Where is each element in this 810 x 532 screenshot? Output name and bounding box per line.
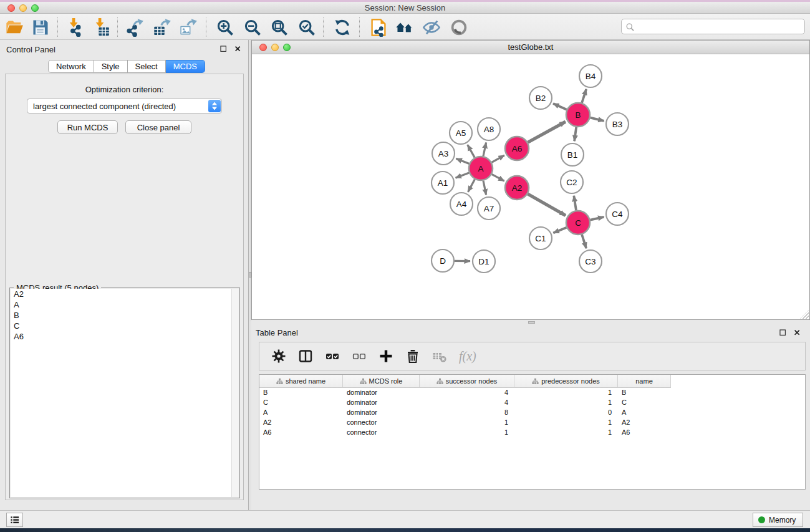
table-cell[interactable]: connector [343, 428, 420, 438]
table-cell[interactable]: B [259, 388, 343, 398]
edge-A-A5[interactable] [468, 145, 475, 157]
export-table-icon[interactable] [153, 18, 171, 37]
edge-A-A8[interactable] [483, 143, 486, 157]
table-cell[interactable]: 1 [514, 388, 618, 398]
select-all-icon[interactable] [325, 349, 340, 364]
graph-node-B1[interactable]: B1 [561, 143, 584, 166]
close-table-panel-icon[interactable] [793, 329, 801, 337]
add-column-icon[interactable] [378, 349, 393, 364]
zoom-in-icon[interactable] [216, 18, 234, 37]
edge-B-B4[interactable] [582, 89, 586, 103]
table-cell[interactable]: A2 [259, 418, 343, 428]
float-panel-icon[interactable] [219, 45, 228, 53]
graph-node-C3[interactable]: C3 [579, 250, 602, 273]
table-cell[interactable]: 1 [514, 398, 618, 408]
home-icon[interactable] [395, 18, 414, 37]
table-cell[interactable]: C [618, 398, 671, 408]
graph-node-A1[interactable]: A1 [432, 172, 454, 194]
close-panel-button[interactable]: Close panel [125, 120, 191, 134]
table-cell[interactable]: A2 [618, 418, 671, 428]
gear-icon[interactable] [271, 349, 286, 364]
import-network-icon[interactable] [66, 18, 85, 37]
graph-node-B2[interactable]: B2 [529, 87, 552, 109]
graph-node-D1[interactable]: D1 [473, 250, 495, 273]
network-canvas[interactable]: B4B2BB3B1C2A5A8A3A6AA1A2A4A7CC4C1C3DD1 [252, 54, 809, 319]
close-panel-icon[interactable] [234, 45, 242, 53]
network-window-titlebar[interactable]: testGlobe.txt [252, 41, 809, 54]
graph-node-A[interactable]: A [469, 157, 493, 180]
mcds-result-item[interactable]: A [11, 299, 239, 310]
graph-node-A8[interactable]: A8 [478, 118, 500, 140]
zoom-fit-icon[interactable] [270, 18, 289, 37]
edge-A-A6[interactable] [492, 155, 504, 162]
mcds-result-item[interactable]: B [11, 310, 239, 321]
edge-C-C4[interactable] [591, 217, 604, 220]
graph-node-B[interactable]: B [566, 103, 590, 127]
open-session-icon[interactable] [5, 18, 24, 37]
memory-button[interactable]: Memory [753, 513, 803, 527]
table-row[interactable]: Cdominator41C [259, 398, 805, 408]
column-header-MCDS-role[interactable]: MCDS role [343, 375, 420, 388]
mcds-result-list[interactable]: A2ABCA6 [11, 289, 239, 497]
float-table-panel-icon[interactable] [779, 329, 787, 337]
tab-style[interactable]: Style [94, 60, 128, 73]
table-cell[interactable]: A [618, 408, 671, 418]
table-row[interactable]: Bdominator41B [259, 388, 805, 398]
show-panel-icon[interactable] [450, 18, 468, 37]
refresh-layout-icon[interactable] [333, 18, 352, 37]
graph-node-D[interactable]: D [432, 249, 454, 272]
export-image-icon[interactable] [179, 18, 198, 37]
graph-node-C[interactable]: C [566, 211, 590, 235]
graph-node-A3[interactable]: A3 [432, 142, 455, 165]
column-header-predecessor-nodes[interactable]: predecessor nodes [514, 375, 618, 388]
edge-A-A4[interactable] [468, 180, 475, 192]
hide-panel-icon[interactable] [422, 18, 441, 37]
edge-C-C2[interactable] [574, 196, 576, 211]
table-row[interactable]: A2connector11A2 [259, 418, 805, 428]
edge-B-B3[interactable] [591, 118, 604, 121]
table-cell[interactable]: dominator [343, 388, 420, 398]
delete-column-icon[interactable] [405, 349, 420, 364]
column-header-name[interactable]: name [618, 375, 671, 388]
table-cell[interactable]: B [618, 388, 671, 398]
edge-A-A7[interactable] [483, 181, 486, 195]
graph-node-A5[interactable]: A5 [450, 122, 472, 144]
table-cell[interactable]: C [259, 398, 343, 408]
edge-A-A1[interactable] [456, 173, 470, 178]
column-header-shared-name[interactable]: shared name [259, 375, 343, 388]
tab-mcds[interactable]: MCDS [166, 60, 205, 73]
graph-node-B4[interactable]: B4 [579, 65, 602, 87]
search-input[interactable] [621, 19, 805, 34]
save-session-icon[interactable] [31, 18, 50, 37]
table-cell[interactable]: 1 [420, 418, 514, 428]
table-cell[interactable]: 4 [420, 398, 514, 408]
edge-C-C3[interactable] [582, 235, 586, 248]
table-cell[interactable]: 4 [420, 388, 514, 398]
export-network-icon[interactable] [125, 18, 144, 37]
table-cell[interactable]: 1 [514, 428, 618, 438]
table-cell[interactable]: dominator [343, 408, 420, 418]
table-row[interactable]: A6connector11A6 [259, 428, 805, 438]
column-header-successor-nodes[interactable]: successor nodes [420, 375, 514, 388]
horizontal-split-handle[interactable] [528, 321, 535, 324]
network-from-file-icon[interactable] [369, 18, 388, 37]
edge-A6-B[interactable] [528, 122, 566, 142]
table-cell[interactable]: A [259, 408, 343, 418]
graph-node-C2[interactable]: C2 [561, 171, 583, 193]
zoom-selected-icon[interactable] [297, 18, 316, 37]
table-cell[interactable]: dominator [343, 398, 420, 408]
table-cell[interactable]: A6 [259, 428, 343, 438]
mcds-result-item[interactable]: C [11, 321, 239, 331]
edge-C-C1[interactable] [553, 228, 566, 233]
edge-B-B2[interactable] [553, 104, 567, 110]
graph-node-A2[interactable]: A2 [505, 176, 529, 200]
node-table[interactable]: shared nameMCDS rolesuccessor nodesprede… [259, 374, 806, 490]
edge-A2-C[interactable] [528, 194, 566, 216]
graph-node-B3[interactable]: B3 [606, 113, 629, 135]
graph-node-A7[interactable]: A7 [478, 197, 500, 220]
table-cell[interactable]: 1 [514, 418, 618, 428]
deselect-all-icon[interactable] [352, 349, 367, 364]
table-cell[interactable]: 1 [420, 428, 514, 438]
criterion-dropdown[interactable]: largest connected component (directed) [27, 99, 222, 114]
table-cell[interactable]: connector [343, 418, 420, 428]
